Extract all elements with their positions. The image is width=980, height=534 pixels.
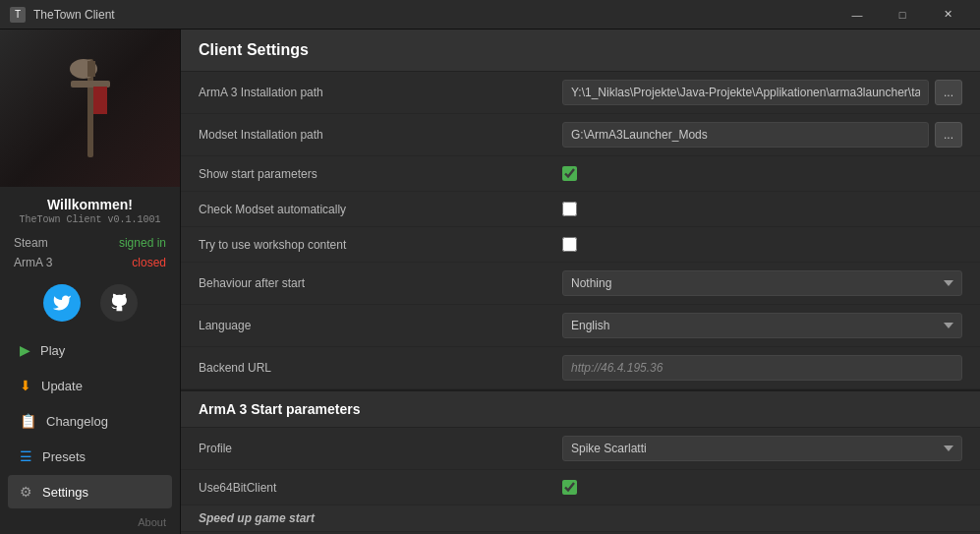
settings-icon: ⚙ [20, 484, 32, 500]
arma3-path-label: ArmA 3 Installation path [199, 86, 562, 99]
close-button[interactable]: ✕ [925, 0, 970, 30]
steam-status: signed in [119, 236, 166, 250]
check-modset-checkbox[interactable] [562, 202, 577, 216]
titlebar-title: TheTown Client [33, 8, 835, 22]
speed-subheader: Speed up game start [181, 505, 980, 532]
modset-path-value: ... [562, 122, 962, 148]
hero-graphic [61, 49, 120, 167]
language-value: English German French [562, 313, 962, 338]
arma3-path-browse[interactable]: ... [935, 80, 962, 105]
profile-dropdown[interactable]: Spike Scarlatti [562, 436, 962, 461]
arma-status: closed [132, 256, 166, 269]
sidebar-item-settings[interactable]: ⚙ Settings [8, 475, 172, 508]
github-button[interactable] [100, 284, 138, 322]
language-row: Language English German French [181, 305, 980, 347]
nav-changelog-label: Changelog [46, 414, 108, 429]
workshop-row: Try to use workshop content [181, 227, 980, 263]
backend-url-value [562, 355, 962, 381]
check-modset-label: Check Modset automatically [199, 203, 562, 216]
sidebar-nav: ▶ Play ⬇ Update 📋 Changelog ☰ Presets ⚙ … [0, 333, 180, 510]
modset-path-browse[interactable]: ... [935, 122, 962, 148]
show-start-params-label: Show start parameters [199, 167, 562, 181]
behaviour-row: Behaviour after start Nothing Minimize C… [181, 263, 980, 305]
sidebar-arma-status: ArmA 3 closed [0, 253, 180, 272]
sidebar-version: TheTown Client v0.1.1001 [0, 214, 180, 233]
use64bit-row: Use64BitClient [181, 470, 980, 505]
steam-label: Steam [14, 236, 48, 250]
behaviour-dropdown[interactable]: Nothing Minimize Close [562, 270, 962, 296]
show-start-params-row: Show start parameters [181, 156, 980, 192]
language-dropdown[interactable]: English German French [562, 313, 962, 338]
nav-update-label: Update [41, 379, 83, 393]
sidebar-steam-status: Steam signed in [0, 233, 180, 253]
sidebar-item-update[interactable]: ⬇ Update [8, 369, 172, 402]
nav-play-label: Play [40, 343, 65, 358]
workshop-value [562, 237, 962, 252]
show-start-params-checkbox[interactable] [562, 166, 577, 181]
svg-rect-1 [71, 81, 110, 88]
titlebar: T TheTown Client — □ ✕ [0, 0, 980, 30]
use64bit-label: Use64BitClient [199, 481, 562, 495]
behaviour-value: Nothing Minimize Close [562, 270, 962, 296]
arma-start-params-header: ArmA 3 Start parameters [181, 389, 980, 428]
workshop-label: Try to use workshop content [199, 238, 562, 252]
main-layout: Willkommen! TheTown Client v0.1.1001 Ste… [0, 30, 980, 534]
arma3-path-row: ArmA 3 Installation path ... [181, 72, 980, 114]
backend-url-input[interactable] [562, 355, 962, 381]
arma-label: ArmA 3 [14, 256, 52, 269]
app-icon: T [10, 7, 26, 23]
sidebar-username: Willkommen! [0, 187, 180, 214]
update-icon: ⬇ [20, 378, 31, 393]
sidebar-item-presets[interactable]: ☰ Presets [8, 440, 172, 473]
svg-rect-4 [87, 61, 95, 77]
hero-image [0, 30, 180, 187]
presets-icon: ☰ [20, 448, 32, 464]
about-link[interactable]: About [0, 510, 180, 534]
sidebar: Willkommen! TheTown Client v0.1.1001 Ste… [0, 30, 181, 534]
profile-label: Profile [199, 442, 562, 455]
sidebar-item-changelog[interactable]: 📋 Changelog [8, 404, 172, 438]
sidebar-hero [0, 30, 180, 187]
arma3-path-value: ... [562, 80, 962, 105]
language-label: Language [199, 319, 562, 332]
minimize-button[interactable]: — [835, 0, 880, 30]
modset-path-row: Modset Installation path ... [181, 114, 980, 156]
titlebar-buttons: — □ ✕ [835, 0, 970, 30]
use64bit-value [562, 480, 962, 495]
twitter-button[interactable] [43, 284, 81, 322]
client-settings-header: Client Settings [181, 30, 980, 72]
github-icon [109, 293, 129, 313]
nav-settings-label: Settings [42, 485, 88, 500]
use64bit-checkbox[interactable] [562, 480, 577, 495]
profile-row: Profile Spike Scarlatti [181, 428, 980, 470]
modset-path-label: Modset Installation path [199, 128, 562, 142]
sidebar-item-play[interactable]: ▶ Play [8, 333, 172, 367]
profile-value: Spike Scarlatti [562, 436, 962, 461]
modset-path-input[interactable] [562, 122, 929, 148]
play-icon: ▶ [20, 342, 30, 358]
twitter-icon [52, 293, 72, 313]
show-start-params-value [562, 166, 962, 181]
maximize-button[interactable]: □ [880, 0, 925, 30]
arma3-path-input[interactable] [562, 80, 929, 105]
behaviour-label: Behaviour after start [199, 276, 562, 290]
changelog-icon: 📋 [20, 413, 36, 429]
check-modset-row: Check Modset automatically [181, 192, 980, 227]
main-content: Client Settings ArmA 3 Installation path… [181, 30, 980, 534]
check-modset-value [562, 202, 962, 216]
workshop-checkbox[interactable] [562, 237, 577, 252]
backend-url-label: Backend URL [199, 361, 562, 375]
nav-presets-label: Presets [42, 449, 86, 464]
sidebar-social [0, 272, 180, 333]
svg-rect-2 [93, 87, 107, 114]
backend-url-row: Backend URL [181, 347, 980, 389]
